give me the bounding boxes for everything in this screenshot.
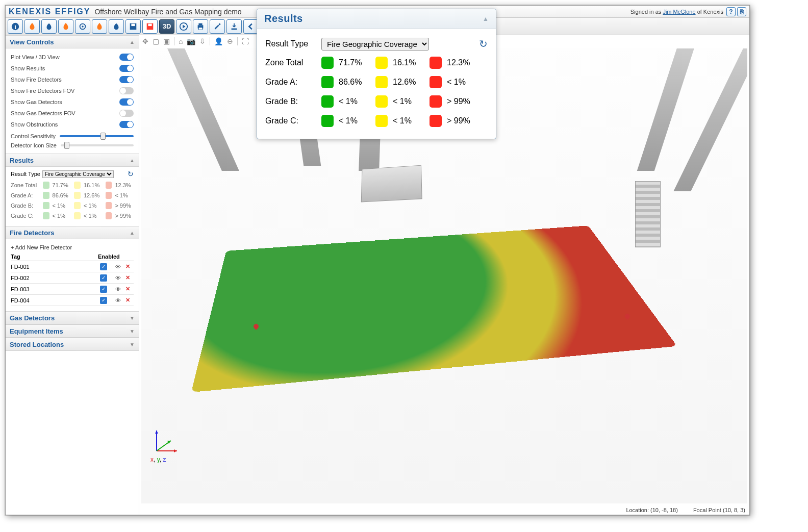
toggle-switch[interactable] bbox=[119, 65, 134, 72]
fullscreen-icon[interactable]: ⛶ bbox=[242, 37, 249, 45]
panel-fire-detectors[interactable]: Fire Detectors ▲ bbox=[6, 226, 139, 239]
viewer-toolbar: ✥ ▢ ▣ ⌂ 📷 ⇩ 👤 ⊖ ⛶ bbox=[142, 37, 249, 45]
chevron-down-icon: ▼ bbox=[130, 342, 135, 347]
toggle-switch[interactable] bbox=[119, 110, 134, 117]
download-button[interactable] bbox=[226, 19, 242, 34]
panel-equipment[interactable]: Equipment Items ▼ bbox=[6, 324, 139, 338]
gas-detector-button[interactable] bbox=[75, 19, 90, 34]
enabled-checkbox[interactable]: ✓ bbox=[100, 263, 107, 270]
status-bar: Location: (10, -8, 18) Focal Point (10, … bbox=[626, 507, 745, 513]
visibility-icon[interactable]: 👁 bbox=[115, 275, 125, 281]
result-row: Grade B:< 1%< 1%> 99% bbox=[11, 200, 134, 211]
chevron-up-icon: ▲ bbox=[130, 158, 135, 163]
popup-result-row: Grade B:< 1%< 1%> 99% bbox=[265, 92, 488, 111]
results-popup-header[interactable]: Results ▲ bbox=[257, 9, 496, 29]
house-icon[interactable]: ⌂ bbox=[179, 37, 183, 45]
svg-point-3 bbox=[82, 26, 84, 28]
view-control-row: Show Obstructions bbox=[11, 119, 134, 130]
view-control-row: Show Fire Detectors FOV bbox=[11, 85, 134, 96]
print-button[interactable] bbox=[193, 19, 208, 34]
result-type-label: Result Type bbox=[265, 39, 316, 48]
result-row: Grade A:86.6%12.6%< 1% bbox=[11, 190, 134, 200]
fire-detector-row: FD-001✓👁✕ bbox=[11, 261, 134, 272]
collapse-icon[interactable]: ▲ bbox=[483, 15, 489, 22]
delete-icon[interactable]: ✕ bbox=[125, 263, 134, 270]
refresh-icon[interactable]: ↻ bbox=[128, 170, 134, 178]
flame2-button[interactable] bbox=[92, 19, 107, 34]
fire-detector-row: FD-002✓👁✕ bbox=[11, 272, 134, 284]
gas-zone-button[interactable] bbox=[41, 19, 57, 34]
panel-title: Stored Locations bbox=[10, 341, 64, 348]
download2-icon[interactable]: ⇩ bbox=[199, 37, 206, 45]
vc-label: Show Results bbox=[11, 65, 45, 71]
result-type-select[interactable]: Fire Geographic Coverage bbox=[321, 38, 429, 50]
panel-results[interactable]: Results ▲ bbox=[6, 154, 139, 167]
add-fire-detector-button[interactable]: + Add New Fire Detector bbox=[11, 242, 134, 252]
detector-t: FD-001 bbox=[11, 264, 100, 270]
view-3d-button[interactable]: 3D bbox=[159, 19, 174, 34]
delete-icon[interactable]: ✕ bbox=[125, 297, 134, 303]
gas2-button[interactable] bbox=[109, 19, 124, 34]
popup-result-row: Grade A:86.6%12.6%< 1% bbox=[265, 72, 488, 92]
enabled-checkbox[interactable]: ✓ bbox=[100, 286, 107, 293]
svg-marker-17 bbox=[174, 449, 177, 452]
vc-label: Plot View / 3D View bbox=[11, 54, 60, 60]
info-button[interactable]: i bbox=[8, 19, 23, 34]
svg-rect-10 bbox=[198, 23, 202, 25]
user-link[interactable]: Jim McGlone bbox=[663, 9, 695, 15]
refresh-icon[interactable]: ↻ bbox=[479, 38, 488, 50]
visibility-icon[interactable]: 👁 bbox=[115, 286, 125, 292]
toggle-switch[interactable] bbox=[119, 76, 134, 83]
select-icon[interactable]: ▢ bbox=[153, 37, 159, 45]
axes-gizmo: x, y, z bbox=[152, 425, 182, 458]
brand-logo: Kenexis Effigy bbox=[9, 7, 90, 16]
panel-title: Fire Detectors bbox=[10, 229, 54, 237]
run-button[interactable] bbox=[176, 19, 191, 34]
svg-point-12 bbox=[219, 23, 221, 25]
view-control-row: Show Fire Detectors bbox=[11, 74, 134, 85]
toggle-switch[interactable] bbox=[119, 98, 134, 106]
delete-icon[interactable]: ✕ bbox=[125, 286, 134, 292]
flame-detector-button[interactable] bbox=[58, 19, 73, 34]
chevron-down-icon: ▼ bbox=[130, 315, 135, 321]
slider-track[interactable] bbox=[60, 135, 134, 137]
delete-icon[interactable]: ✕ bbox=[125, 274, 134, 281]
toggle-switch[interactable] bbox=[119, 121, 134, 128]
panel-gas-detectors[interactable]: Gas Detectors ▼ bbox=[6, 311, 139, 324]
save-button[interactable] bbox=[125, 19, 141, 34]
slider-track[interactable] bbox=[61, 144, 134, 146]
enabled-checkbox[interactable]: ✓ bbox=[100, 297, 107, 304]
vc-label: Show Obstructions bbox=[11, 121, 58, 128]
enabled-checkbox[interactable]: ✓ bbox=[100, 274, 107, 282]
result-type-select-small[interactable]: Fire Geographic Coverage bbox=[42, 170, 114, 178]
user-icon[interactable]: 👤 bbox=[214, 37, 223, 45]
toggle-switch[interactable] bbox=[119, 54, 134, 61]
camera-icon[interactable]: 📷 bbox=[187, 37, 195, 45]
svg-rect-7 bbox=[148, 23, 152, 26]
visibility-icon[interactable]: 👁 bbox=[115, 264, 125, 270]
minus-icon[interactable]: ⊖ bbox=[227, 37, 233, 45]
vc-label: Show Fire Detectors FOV bbox=[11, 88, 74, 94]
col-enabled: Enabled bbox=[98, 254, 134, 260]
pan-icon[interactable]: ✥ bbox=[142, 37, 148, 45]
settings-button[interactable] bbox=[210, 19, 225, 34]
view-control-row: Show Results bbox=[11, 63, 134, 74]
panel-view-controls[interactable]: View Controls ▲ bbox=[6, 35, 139, 48]
toggle-switch[interactable] bbox=[119, 87, 134, 94]
svg-marker-18 bbox=[155, 430, 158, 434]
fire-zone-button[interactable] bbox=[24, 19, 40, 34]
result-row: Zone Total71.7%16.1%12.3% bbox=[11, 180, 134, 190]
help-icon[interactable]: ? bbox=[726, 7, 736, 16]
sidebar: View Controls ▲ Plot View / 3D ViewShow … bbox=[6, 35, 139, 515]
select2-icon[interactable]: ▣ bbox=[163, 37, 170, 45]
panel-title: View Controls bbox=[10, 38, 54, 46]
panel-title: Gas Detectors bbox=[10, 314, 55, 322]
panel-stored-locations[interactable]: Stored Locations ▼ bbox=[6, 338, 139, 351]
popup-result-row: Grade C:< 1%< 1%> 99% bbox=[265, 111, 488, 131]
login-info: Signed in as Jim McGlone of Kenexis bbox=[630, 9, 723, 15]
hazard-button[interactable] bbox=[142, 19, 158, 34]
visibility-icon[interactable]: 👁 bbox=[115, 297, 125, 303]
panel-title: Results bbox=[10, 157, 34, 164]
logout-icon[interactable]: ⎘ bbox=[737, 7, 746, 16]
panel-title: Equipment Items bbox=[10, 327, 63, 335]
